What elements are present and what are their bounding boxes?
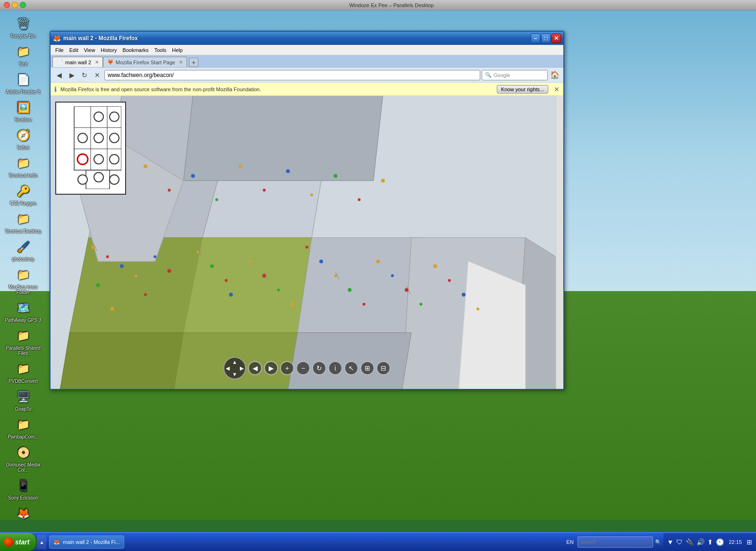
desktop-icon-cs3[interactable]: 🔑 CS3 Keygen	[2, 181, 44, 208]
zoom-in-button[interactable]: +	[280, 361, 294, 375]
climbing-wall-svg	[51, 96, 563, 389]
stop-button[interactable]: ✕	[92, 69, 103, 81]
new-tab-button[interactable]: +	[189, 58, 198, 67]
desktop-icon-maxsea[interactable]: 📁 MaxSea inaor Folder	[2, 265, 44, 297]
desktop-icon-adobe[interactable]: 📄 Adobe Reader 8	[2, 69, 44, 96]
pan-right-button[interactable]: ▶	[240, 365, 244, 371]
desktop-icon-mozilla[interactable]: 🦊 Mozilla Fire...	[2, 503, 44, 520]
menu-file[interactable]: File	[52, 46, 67, 54]
taskbar-tray: ▼ 🛡 🔌 🔊 ⬆ 🕙 22:15 ⊞	[663, 533, 756, 551]
tray-shield-icon: 🛡	[675, 538, 684, 546]
home-button[interactable]: 🏠	[549, 69, 561, 81]
rotate-button[interactable]: ↻	[312, 361, 326, 375]
tab-firefox-start[interactable]: 🦊 Mozilla Firefox Start Page ✕	[103, 57, 187, 67]
pvdb-icon: 📁	[15, 361, 32, 378]
firefox-titlebar: 🦊 main wall 2 - Mozilla Firefox – □ ✕	[51, 32, 563, 45]
firefox-maximize-button[interactable]: □	[541, 34, 551, 43]
svg-point-11	[77, 154, 88, 164]
taskbar-arrow[interactable]: ▲	[37, 535, 46, 549]
taskbar-task-firefox[interactable]: 🦊 main wall 2 - Mozilla Fi...	[49, 535, 124, 549]
svg-point-48	[306, 246, 308, 249]
gnap-icon: 🖥️	[15, 388, 32, 405]
svg-point-69	[333, 174, 337, 178]
back-button[interactable]: ◀	[53, 69, 65, 81]
start-label: start	[15, 538, 29, 546]
firefox-menubar: File Edit View History Bookmarks Tools H…	[51, 45, 563, 55]
menu-help[interactable]: Help	[169, 46, 186, 54]
nav-next-button[interactable]: ▶	[264, 361, 278, 375]
menu-tools[interactable]: Tools	[152, 46, 170, 54]
start-button[interactable]: start	[0, 533, 37, 551]
desktop-icon-pathaway[interactable]: 🗺️ PathAway GPS 3	[2, 298, 44, 325]
firefox-title-icon: 🦊	[53, 34, 60, 42]
nav-prev-button[interactable]: ◀	[248, 361, 262, 375]
pan-up-button[interactable]: ▲	[232, 359, 238, 365]
menu-bookmarks[interactable]: Bookmarks	[120, 46, 152, 54]
parallels-minimize-button[interactable]	[12, 2, 18, 8]
firefox-content: ▲ ▼ ◀ ▶ ◀ ▶ + − ↻ i ↖ ⊞ ⊟	[51, 96, 563, 389]
parallels-close-button[interactable]	[4, 2, 10, 8]
menu-history[interactable]: History	[98, 46, 119, 54]
desktop-icon-parallels-shared[interactable]: 📁 Parallels Shared Files	[2, 326, 44, 358]
menu-edit[interactable]: Edit	[67, 46, 81, 54]
reload-button[interactable]: ↻	[79, 69, 90, 81]
taskbar-search[interactable]	[578, 536, 653, 548]
firefox-win-controls: – □ ✕	[531, 34, 561, 43]
desktop: 🗑️ Recycle Bin 📁 Stuf 📄 Adobe Reader 8 🖼…	[0, 0, 756, 520]
svg-point-8	[78, 133, 87, 143]
desktop-icon-shadow[interactable]: 🖼️ Shadow	[2, 97, 44, 124]
svg-point-39	[167, 269, 171, 273]
svg-point-9	[94, 133, 103, 143]
desktop-icon-shortcut-desktop[interactable]: 📁 Shortcut Desktop	[2, 209, 44, 236]
search-box[interactable]: 🔍 Google	[482, 70, 548, 80]
firefox-minimize-button[interactable]: –	[531, 34, 540, 43]
desktop-icon-safari[interactable]: 🧭 Safari	[2, 125, 44, 152]
menu-view[interactable]: View	[81, 46, 98, 54]
firefox-close-button[interactable]: ✕	[552, 34, 561, 43]
svg-point-14	[78, 175, 87, 184]
pan-left-button[interactable]: ◀	[226, 365, 229, 371]
domusec-icon: 📀	[15, 444, 32, 461]
grid-button[interactable]: ⊟	[376, 361, 391, 375]
shortcut-keith-icon: 📁	[15, 155, 32, 172]
adobe-icon: 📄	[15, 71, 32, 88]
info-button[interactable]: i	[328, 361, 342, 375]
sony-icon: 📱	[15, 477, 32, 494]
scrollbar-right[interactable]	[556, 96, 563, 389]
desktop-icon-gnap[interactable]: 🖥️ GnapTo	[2, 387, 44, 413]
address-bar[interactable]: www.fachwen.org/beacon/	[104, 70, 480, 80]
desktop-icon-photoshop[interactable]: 🖌️ photoshop	[2, 237, 44, 264]
info-bar-close[interactable]: ✕	[554, 86, 560, 93]
view-button[interactable]: ⊞	[360, 361, 374, 375]
forward-button[interactable]: ▶	[66, 69, 77, 81]
cursor-button[interactable]: ↖	[344, 361, 358, 375]
desktop-icon-recycle-bin[interactable]: 🗑️ Recycle Bin	[2, 14, 44, 41]
zoom-out-button[interactable]: −	[296, 361, 310, 375]
tab-main-wall[interactable]: 📄 main wall 2 ✕	[52, 57, 103, 67]
pan-down-button[interactable]: ▼	[232, 371, 238, 377]
desktop-icon-pvdb[interactable]: 📁 PVDBConvert	[2, 359, 44, 386]
svg-marker-26	[60, 333, 183, 389]
desktop-icon-shortcut-keith[interactable]: 📁 Shortcut keith	[2, 153, 44, 180]
svg-point-52	[363, 303, 365, 306]
desktop-icon-sony[interactable]: 📱 Sony Ericsson	[2, 475, 44, 502]
parallels-shared-icon: 📁	[15, 327, 32, 344]
know-rights-button[interactable]: Know your rights...	[497, 85, 548, 94]
tab-close-button[interactable]: ✕	[95, 60, 99, 65]
parallels-controls	[4, 2, 26, 8]
beacon-diagram	[55, 102, 126, 195]
photoshop-icon: 🖌️	[15, 239, 32, 256]
svg-point-50	[334, 274, 337, 277]
parallels-maximize-button[interactable]	[20, 2, 26, 8]
taskbar-search-icon[interactable]: 🔍	[653, 539, 663, 545]
tray-volume-icon: 🔊	[696, 538, 705, 546]
tab2-close-button[interactable]: ✕	[179, 60, 183, 65]
desktop-icon-domusec[interactable]: 📀 Domusec Media Col...	[2, 442, 44, 474]
svg-point-6	[94, 112, 103, 121]
svg-point-64	[215, 198, 218, 201]
tab-icon: 📄	[57, 59, 63, 65]
desktop-icon-stuf[interactable]: 📁 Stuf	[2, 42, 44, 69]
beacon-svg	[60, 106, 121, 189]
svg-point-12	[94, 155, 103, 164]
desktop-icon-pwnbap[interactable]: 📁 PwnbapCom...	[2, 414, 44, 441]
